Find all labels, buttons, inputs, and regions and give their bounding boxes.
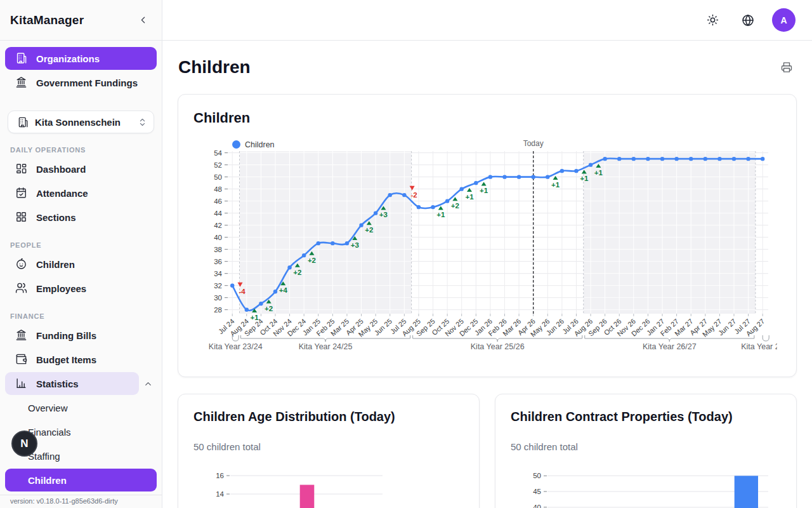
theme-toggle-button[interactable] — [701, 9, 724, 32]
svg-text:Kita Year 24/25: Kita Year 24/25 — [299, 342, 353, 351]
sidebar-section-label: DAILY OPERATIONS — [5, 145, 157, 155]
svg-text:+2: +2 — [451, 202, 459, 210]
sidebar-header: KitaManager — [0, 0, 162, 41]
sidebar-item-dashboard[interactable]: Dashboard — [5, 157, 157, 180]
organization-selector-value: Kita Sonnenschein — [35, 117, 131, 128]
sidebar-item-label: Funding Bills — [36, 330, 96, 341]
svg-text:+1: +1 — [465, 193, 474, 201]
organization-selector[interactable]: Kita Sonnenschein — [8, 110, 154, 133]
sidebar-section-label: FINANCE — [5, 311, 157, 321]
devtools-badge[interactable]: N — [11, 431, 37, 457]
svg-text:32: 32 — [214, 282, 222, 290]
statistics-expand-toggle[interactable] — [139, 375, 157, 392]
svg-text:16: 16 — [216, 472, 224, 479]
language-button[interactable] — [737, 9, 759, 32]
sidebar-subitem-overview[interactable]: Overview — [5, 396, 157, 419]
sidebar-item-label: Government Fundings — [36, 77, 138, 88]
sidebar-item-label: Attendance — [36, 188, 88, 199]
chevron-up-icon — [143, 379, 153, 389]
legend-label: Children — [245, 140, 275, 149]
card-title: Children Contract Properties (Today) — [511, 410, 781, 424]
sidebar-item-label: Statistics — [36, 378, 79, 389]
sidebar-item-label: Children — [36, 259, 75, 270]
svg-text:+2: +2 — [308, 257, 316, 264]
svg-text:46: 46 — [214, 197, 222, 205]
sidebar-item-government-fundings[interactable]: Government Fundings — [5, 71, 157, 94]
svg-text:48: 48 — [214, 185, 222, 193]
sidebar-item-sections[interactable]: Sections — [5, 206, 157, 229]
user-avatar[interactable]: A — [772, 8, 796, 32]
svg-text:Kita Year 25/26: Kita Year 25/26 — [471, 342, 525, 351]
svg-text:+4: +4 — [279, 286, 288, 294]
chevrons-up-down-icon — [138, 117, 147, 127]
bottom-cards-row: Children Age Distribution (Today) 50 chi… — [178, 394, 797, 508]
legend-marker — [232, 140, 240, 149]
sidebar-item-employees[interactable]: Employees — [5, 277, 157, 300]
today-label: Today — [523, 139, 544, 148]
globe-icon — [742, 14, 754, 27]
card-subtitle: 50 children total — [193, 441, 464, 452]
sun-icon — [707, 14, 719, 26]
svg-text:54: 54 — [214, 149, 222, 157]
version-label: version: v0.18.0-11-g85e63d6-dirty — [0, 495, 162, 508]
sidebar: KitaManager Organizations Government Fun… — [0, 0, 162, 508]
sidebar-subitem-label: Overview — [28, 403, 68, 413]
sidebar-item-organizations[interactable]: Organizations — [5, 47, 157, 70]
svg-text:+1: +1 — [480, 187, 488, 194]
sidebar-item-statistics[interactable]: Statistics — [5, 372, 139, 395]
sidebar-item-funding-bills[interactable]: Funding Bills — [5, 324, 157, 347]
svg-text:52: 52 — [214, 161, 222, 169]
svg-text:+2: +2 — [265, 305, 273, 312]
svg-text:-2: -2 — [411, 191, 417, 199]
svg-text:38: 38 — [214, 246, 222, 253]
baby-icon — [15, 258, 28, 271]
svg-text:40: 40 — [214, 234, 222, 241]
svg-text:30: 30 — [214, 294, 222, 302]
svg-text:+1: +1 — [580, 175, 589, 182]
print-button[interactable] — [778, 58, 796, 76]
svg-text:50: 50 — [214, 173, 222, 181]
sidebar-item-children[interactable]: Children — [5, 253, 157, 276]
svg-text:45: 45 — [533, 488, 541, 495]
svg-text:50: 50 — [533, 472, 541, 479]
users-icon — [15, 282, 28, 295]
building-icon — [17, 116, 29, 128]
svg-text:+1: +1 — [594, 169, 603, 177]
bar-chart-icon — [15, 377, 28, 390]
app-logo: KitaManager — [10, 13, 84, 27]
sidebar-section-label: PEOPLE — [5, 240, 157, 250]
svg-text:+1: +1 — [551, 181, 560, 189]
landmark-icon — [15, 76, 28, 89]
landmark-icon — [15, 329, 28, 342]
sidebar-subitem-children[interactable]: Children — [5, 469, 157, 491]
svg-text:-4: -4 — [239, 288, 246, 295]
age-distribution-card: Children Age Distribution (Today) 50 chi… — [178, 394, 480, 508]
chevron-left-icon — [138, 15, 148, 25]
calendar-check-icon — [15, 187, 28, 199]
page-header: Children — [178, 57, 797, 77]
sidebar-primary-list: Organizations Government Fundings — [5, 47, 157, 94]
sidebar-item-attendance[interactable]: Attendance — [5, 182, 157, 204]
printer-icon — [781, 62, 792, 73]
svg-text:Kita Year 26/27: Kita Year 26/27 — [643, 342, 697, 351]
sidebar-collapse-button[interactable] — [135, 13, 150, 28]
dashboard-icon — [15, 163, 28, 175]
children-line-chart: 2830323436384042444648505254Today-4+1+2+… — [193, 137, 781, 361]
svg-text:36: 36 — [214, 258, 222, 265]
svg-text:Kita Year 27/2: Kita Year 27/2 — [741, 342, 777, 351]
main-area: A Children Children 28303234363840424446… — [162, 0, 812, 508]
app-root: KitaManager Organizations Government Fun… — [0, 0, 812, 508]
sidebar-item-label: Dashboard — [36, 164, 86, 175]
sidebar-item-label: Organizations — [36, 53, 100, 64]
topbar: A — [162, 0, 812, 41]
svg-text:+3: +3 — [351, 241, 359, 249]
svg-text:44: 44 — [214, 210, 222, 217]
svg-text:+3: +3 — [379, 211, 388, 218]
wallet-icon — [15, 353, 28, 366]
building-icon — [15, 52, 28, 65]
svg-text:+2: +2 — [365, 226, 373, 234]
svg-text:+1: +1 — [436, 211, 445, 218]
sidebar-item-label: Sections — [36, 212, 76, 223]
sidebar-item-budget-items[interactable]: Budget Items — [5, 348, 157, 371]
svg-text:Kita Year 23/24: Kita Year 23/24 — [209, 342, 263, 351]
